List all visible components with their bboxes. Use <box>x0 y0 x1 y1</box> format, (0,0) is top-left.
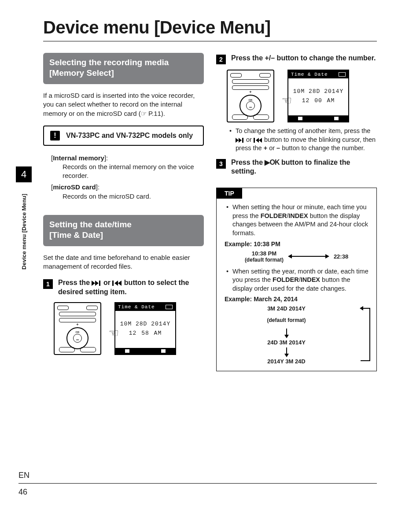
list-item: When setting the year, month or date, ea… <box>226 267 370 293</box>
lcd-date-line: 10M 28D 2014Y <box>115 321 175 327</box>
lcd-date-line: 10M 28D 2014Y <box>288 88 348 95</box>
fast-forward-icon <box>236 138 244 143</box>
step-row: 3 Press the ▶OK button to finalize the s… <box>216 158 377 177</box>
rewind-icon <box>254 138 262 143</box>
format-cycle: 3M 24D 2014Y (default format) 24D 3M 201… <box>225 305 370 365</box>
page-title: Device menu [Device Menu] <box>43 18 377 37</box>
svg-marker-7 <box>239 138 242 143</box>
tip-bullet-list: When setting the year, month or date, ea… <box>226 267 370 293</box>
svg-marker-6 <box>236 138 239 143</box>
side-running-head: Device menu [Device Menu] <box>21 194 27 270</box>
format-note: (default format) <box>225 317 348 323</box>
rewind-icon <box>112 281 122 286</box>
svg-rect-3 <box>112 281 114 286</box>
svg-marker-5 <box>118 281 122 286</box>
step-number: 2 <box>216 55 226 64</box>
step-text: Press the +/– button to change the numbe… <box>231 54 376 64</box>
svg-rect-9 <box>254 138 255 143</box>
format-comparison-row: 10:38 PM (default format) 22:38 <box>217 250 376 263</box>
fast-forward-icon <box>92 281 101 286</box>
down-arrow-icon <box>286 347 287 356</box>
example-label: Example: March 24, 2014 <box>225 296 376 303</box>
svg-rect-8 <box>242 138 243 143</box>
warning-icon: ! <box>50 131 60 140</box>
option-list: [Internal memory]: Records on the intern… <box>51 154 204 201</box>
tip-label: TIP <box>217 188 242 199</box>
lcd-screen-illustration: Time & Date 10M 28D 2014Y 12 58 AM <box>114 302 176 355</box>
step-text: Press the or button to select the desire… <box>58 278 204 297</box>
section-heading-memory-select: Selecting the recording media [Memory Se… <box>43 53 204 84</box>
svg-marker-1 <box>95 281 99 286</box>
step-number: 3 <box>216 159 226 169</box>
illustration-row: + OK – ☞ Time & Date 10M 28D 2014Y 12 00… <box>227 70 377 122</box>
body-paragraph: Set the date and time beforehand to enab… <box>43 253 204 271</box>
rule-top <box>43 41 377 41</box>
model-note-box: ! VN-733PC and VN-732PC models only <box>43 126 204 146</box>
right-column: 2 Press the +/– button to change the num… <box>216 53 377 371</box>
step-text: Press the ▶OK button to finalize the set… <box>231 158 377 177</box>
format-value: 24D 3M 2014Y <box>225 339 348 346</box>
option-desc: Records on the internal memory on the vo… <box>63 163 204 181</box>
lcd-time-line: 12 00 AM <box>288 97 348 104</box>
example-label: Example: 10:38 PM <box>225 240 376 248</box>
chapter-tab: 4 <box>16 166 32 182</box>
illustration-row: + OK – ☞ Time & Date 10M 28D 2014Y 12 58… <box>54 302 204 355</box>
language-code: EN <box>18 471 29 480</box>
svg-marker-4 <box>114 281 118 286</box>
format-value: 3M 24D 2014Y <box>225 305 348 312</box>
step-row: 1 Press the or button to select the desi… <box>43 278 204 297</box>
svg-marker-0 <box>92 281 95 286</box>
heading-line: Setting the date/time <box>49 220 132 229</box>
double-arrow-icon <box>289 256 328 257</box>
format-value: 22:38 <box>334 253 348 260</box>
lcd-time-line: 12 58 AM <box>115 330 175 336</box>
model-note-text: VN-733PC and VN-732PC models only <box>66 131 193 140</box>
step-row: 2 Press the +/– button to change the num… <box>216 54 377 64</box>
format-value: 10:38 PM <box>245 250 284 257</box>
loop-arrow-icon <box>358 308 370 365</box>
device-illustration: + OK – ☞ <box>54 302 101 355</box>
svg-rect-2 <box>99 281 100 286</box>
heading-line: Selecting the recording media <box>49 58 169 67</box>
heading-line: [Memory Select] <box>49 68 114 78</box>
device-illustration: + OK – ☞ <box>227 70 274 122</box>
list-item: When setting the hour or minute, each ti… <box>226 203 370 237</box>
page-number: 46 <box>18 488 27 497</box>
left-column: Selecting the recording media [Memory Se… <box>43 53 204 371</box>
lcd-screen-illustration: Time & Date 10M 28D 2014Y 12 00 AM <box>287 70 349 122</box>
format-note: (default format) <box>245 257 284 263</box>
tip-bullet-list: When setting the hour or minute, each ti… <box>226 203 370 237</box>
down-arrow-icon <box>286 329 287 337</box>
manual-page: Device menu [Device Menu] 4 Device menu … <box>0 0 420 510</box>
body-paragraph: If a microSD card is inserted into the v… <box>43 91 204 118</box>
format-value: 2014Y 3M 24D <box>225 358 348 365</box>
option-desc: Records on the microSD card. <box>63 192 204 201</box>
option-term: [microSD card]: <box>51 183 204 192</box>
heading-line: [Time & Date] <box>49 230 103 240</box>
option-term: [Internal memory]: <box>51 154 204 163</box>
list-item: To change the setting of another item, p… <box>229 127 377 153</box>
section-heading-time-date: Setting the date/time [Time & Date] <box>43 215 204 246</box>
svg-marker-10 <box>256 138 259 143</box>
tip-box: TIP When setting the hour or minute, eac… <box>216 188 377 371</box>
svg-marker-11 <box>259 138 262 143</box>
sub-bullet-list: To change the setting of another item, p… <box>229 127 377 153</box>
step-number: 1 <box>43 279 53 289</box>
rule-bottom <box>18 483 377 484</box>
